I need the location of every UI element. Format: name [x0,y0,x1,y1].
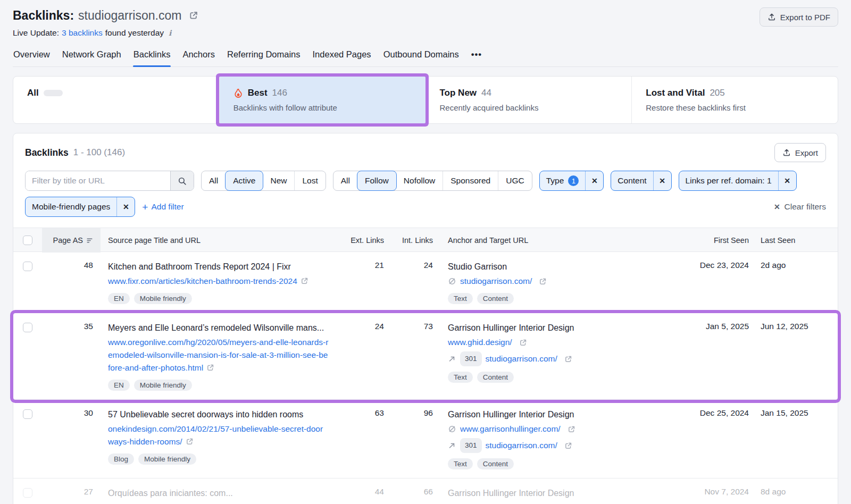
column-header-first-seen[interactable]: First Seen [680,236,754,245]
filter-row-1: AllActiveNewLost AllFollowNofollowSponso… [25,171,826,191]
tab-indexed-pages[interactable]: Indexed Pages [312,46,372,66]
row-checkbox[interactable] [23,409,32,419]
plus-icon: + [142,202,148,212]
filter-pill-content[interactable]: Content✕ [611,171,671,191]
external-link-icon[interactable] [301,277,308,285]
redirect-code-badge: 301 [460,351,482,366]
export-button[interactable]: Export [774,143,826,162]
export-to-pdf-button[interactable]: Export to PDF [760,7,838,27]
remove-filter-icon[interactable]: ✕ [585,171,603,190]
panel-title: Backlinks [25,147,69,158]
filter-pill-type[interactable]: Type1✕ [539,171,604,191]
filter-card-subtitle: Backlinks with follow attribute [233,103,412,112]
follow-filter-follow[interactable]: Follow [357,171,397,191]
follow-filter-sponsored[interactable]: Sponsored [443,171,498,190]
column-header-anchor-target[interactable]: Anchor and Target URL [439,236,680,245]
remove-filter-icon[interactable]: ✕ [653,171,671,190]
last-seen-value: 8d ago [754,478,838,504]
tab-outbound-domains[interactable]: Outbound Domains [383,46,460,66]
filter-pill-label: Type1 [540,171,586,190]
title-block: Backlinks: studiogarrison.com Live Updat… [13,7,760,38]
row-checkbox[interactable] [23,262,32,271]
select-all-checkbox[interactable] [23,236,32,245]
tab-anchors[interactable]: Anchors [182,46,215,66]
open-domain-icon[interactable] [189,11,198,20]
tab-referring-domains[interactable]: Referring Domains [227,46,301,66]
follow-filter-nofollow[interactable]: Nofollow [396,171,443,190]
live-update-link[interactable]: 3 backlinks [62,28,103,38]
link-tag: Text [448,293,473,304]
target-url-link[interactable]: www.ghid.design/ [448,336,512,349]
external-link-icon[interactable] [519,339,527,347]
column-header-last-seen[interactable]: Last Seen [754,236,838,245]
status-filter-new[interactable]: New [263,171,294,190]
filter-pill-mobile-friendly-pages[interactable]: Mobile-friendly pages✕ [25,197,135,217]
follow-filter-all[interactable]: All [333,171,357,190]
link-tag: Content [477,293,514,304]
follow-filter-ugc[interactable]: UGC [498,171,531,190]
filter-row-2: Mobile-friendly pages✕ + Add filter ✕ Cl… [25,197,826,217]
source-url-line: www.oregonlive.com/hg/2020/05/meyers-and… [108,336,329,374]
live-update-line: Live Update: 3 backlinks found yesterday… [13,28,760,38]
info-icon[interactable]: i [166,29,173,37]
tab-overview[interactable]: Overview [13,46,51,66]
column-header-int-links[interactable]: Int. Links [390,236,439,245]
clear-filters-icon: ✕ [774,203,780,211]
filter-pill-label: Mobile-friendly pages [26,197,116,216]
clear-filters-button[interactable]: ✕ Clear filters [774,202,826,212]
redirect-line: 301studiogarrison.com/ [448,351,669,366]
external-link-icon[interactable] [564,442,572,450]
search-button[interactable] [170,171,194,190]
filter-card-all[interactable]: All [13,77,219,123]
search-input[interactable] [26,171,170,190]
source-cell: 57 Unbelievable secret doorways into hid… [101,400,343,478]
tab-network-graph[interactable]: Network Graph [62,46,122,66]
filter-card-head: Top New44 [440,88,618,98]
tab-bar: OverviewNetwork GraphBacklinksAnchorsRef… [13,46,838,67]
row-select-cell [13,313,42,399]
status-filter-all[interactable]: All [202,171,226,190]
column-header-source[interactable]: Source page Title and URL [101,236,343,245]
status-filter-lost[interactable]: Lost [294,171,325,190]
filter-card-top-new[interactable]: Top New44Recently acquired backlinks [426,77,632,123]
add-filter-button[interactable]: + Add filter [142,202,183,212]
tab-more[interactable]: ••• [471,46,482,66]
target-url-link[interactable]: studiogarrison.com/ [460,275,532,288]
filter-card-lost-and-vital[interactable]: Lost and Vital205Restore these backlinks… [631,77,838,123]
column-header-page-as[interactable]: Page AS [42,228,101,253]
page-as-header-label: Page AS [53,236,83,245]
page-title-prefix: Backlinks: [13,7,74,23]
column-header-ext-links[interactable]: Ext. Links [343,236,390,245]
report-filter-cards: AllBest146Backlinks with follow attribut… [13,76,838,124]
external-link-icon[interactable] [539,278,547,285]
anchor-text: Garrison Hullinger Interior Design [448,322,669,334]
redirect-target-link[interactable]: studiogarrison.com/ [486,439,557,452]
external-link-icon[interactable] [206,364,214,372]
link-tag: Text [448,458,473,469]
source-url-link[interactable]: www.fixr.com/articles/kitchen-bathroom-t… [108,276,297,285]
add-filter-label: Add filter [151,202,183,212]
filter-card-best[interactable]: Best146Backlinks with follow attribute [219,77,426,123]
filter-pill-links-per-ref-domain[interactable]: Links per ref. domain: 1✕ [679,171,797,191]
status-filter-active[interactable]: Active [225,171,263,191]
source-url-link[interactable]: www.oregonlive.com/hg/2020/05/meyers-and… [108,338,328,372]
external-link-icon[interactable] [568,425,575,433]
source-url-link[interactable]: onekindesign.com/2014/02/21/57-unbelieva… [108,424,323,446]
active-filter-pills-row1: Type1✕Content✕Links per ref. domain: 1✕ [539,171,797,191]
clear-filters-label: Clear filters [785,202,826,212]
anchor-text: Garrison Hullinger Interior Design [448,487,669,500]
source-cell: Kitchen and Bathroom Trends Report 2024 … [101,252,343,313]
tab-backlinks[interactable]: Backlinks [133,46,171,66]
redirect-target-link[interactable]: studiogarrison.com/ [486,352,557,365]
target-url-link[interactable]: www.garrisonhullinger.com/ [460,423,561,435]
remove-filter-icon[interactable]: ✕ [116,197,135,216]
external-link-icon[interactable] [564,355,572,363]
table-header: Page AS Source page Title and URL Ext. L… [13,228,838,252]
redirect-code-badge: 301 [460,438,482,453]
row-checkbox[interactable] [23,323,32,332]
flame-icon [233,88,243,98]
remove-filter-icon[interactable]: ✕ [778,171,796,190]
row-checkbox[interactable] [23,488,32,498]
search-icon [178,177,187,186]
external-link-icon[interactable] [186,438,194,446]
